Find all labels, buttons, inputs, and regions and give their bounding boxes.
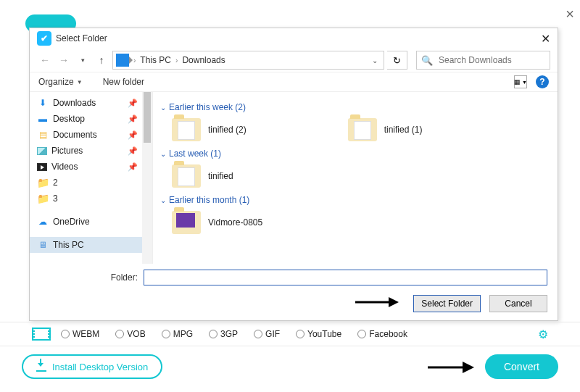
- vid-icon: [37, 163, 47, 171]
- chevron-down-icon: ⌄: [160, 196, 166, 204]
- folder-icon: [172, 211, 201, 234]
- breadcrumb-sep: ›: [174, 57, 179, 64]
- format-option-webm[interactable]: WEBM: [61, 329, 99, 339]
- group-header[interactable]: ⌄Earlier this month (1): [160, 195, 549, 205]
- breadcrumb-sep: ›: [132, 57, 137, 64]
- select-folder-button[interactable]: Select Folder: [413, 295, 481, 312]
- addr-thispc-icon: [116, 54, 129, 67]
- group-title: Earlier this week (2): [169, 102, 246, 112]
- od-icon: ☁: [37, 216, 49, 228]
- organize-menu[interactable]: Organize ▼: [38, 77, 83, 87]
- tree-item-2[interactable]: 📁 2: [30, 175, 152, 191]
- format-option-gif[interactable]: GIF: [254, 329, 280, 339]
- settings-icon[interactable]: ⚙: [538, 328, 548, 341]
- group-title: Last week (1): [169, 149, 221, 159]
- dialog-titlebar: ✔ Select Folder ✕: [30, 28, 558, 49]
- address-dropdown[interactable]: ⌄: [369, 57, 381, 64]
- tree-item-label: Documents: [53, 130, 97, 140]
- format-option-mpg[interactable]: MPG: [162, 329, 193, 339]
- folder-icon: [172, 164, 201, 188]
- format-option-facebook[interactable]: Facebook: [357, 329, 407, 339]
- pin-icon: 📌: [128, 99, 138, 108]
- address-bar[interactable]: › This PC › Downloads ⌄: [112, 51, 384, 70]
- pin-icon: 📌: [128, 130, 138, 140]
- format-option-vob[interactable]: VOB: [115, 329, 145, 339]
- group-header[interactable]: ⌄Last week (1): [160, 149, 549, 159]
- radio-icon: [357, 330, 366, 338]
- format-label: GIF: [265, 329, 280, 339]
- view-mode-button[interactable]: ▦▼: [514, 75, 527, 88]
- chevron-down-icon: ▼: [77, 79, 83, 86]
- dialog-close-button[interactable]: ✕: [536, 32, 555, 46]
- format-option-youtube[interactable]: YouTube: [296, 329, 341, 339]
- breadcrumb-downloads[interactable]: Downloads: [179, 55, 228, 65]
- folder-item[interactable]: tinified (1): [348, 118, 423, 141]
- tree-item-label: This PC: [53, 240, 84, 250]
- folder-item[interactable]: tinified (2): [172, 118, 246, 141]
- format-label: Facebook: [369, 329, 407, 339]
- radio-icon: [209, 330, 218, 338]
- pc-icon: 🖥: [37, 239, 49, 251]
- convert-button[interactable]: Convert: [485, 354, 558, 379]
- tree-item-pictures[interactable]: Pictures 📌: [30, 143, 152, 159]
- tree-item-documents[interactable]: ▤ Documents 📌: [30, 127, 152, 143]
- svg-marker-0: [389, 297, 399, 307]
- dialog-toolbar: Organize ▼ New folder ▦▼ ?: [30, 72, 558, 92]
- install-desktop-button[interactable]: Install Desktop Version: [22, 354, 162, 379]
- radio-icon: [162, 330, 170, 338]
- format-label: YouTube: [307, 329, 341, 339]
- folder-item[interactable]: Vidmore-0805: [172, 211, 262, 234]
- tree-item-network[interactable]: 🖧 Network: [30, 260, 152, 264]
- tree-item-label: Videos: [51, 162, 78, 172]
- tree-item-videos[interactable]: Videos 📌: [30, 159, 152, 175]
- fold-icon: 📁: [37, 177, 49, 188]
- folder-name: tinified: [208, 171, 233, 181]
- refresh-button[interactable]: ↻: [387, 51, 407, 70]
- nav-recent-dropdown[interactable]: ▾: [75, 52, 91, 68]
- dl-icon: ⬇: [37, 97, 49, 109]
- new-folder-button[interactable]: New folder: [103, 77, 144, 87]
- file-list: ⌄Earlier this week (2) tinified (2) tini…: [153, 92, 558, 264]
- select-folder-dialog: ✔ Select Folder ✕ ← → ▾ ↑ › This PC › Do…: [29, 28, 558, 321]
- net-icon: 🖧: [37, 262, 49, 264]
- folder-input[interactable]: [144, 270, 547, 285]
- doc-icon: ▤: [37, 129, 49, 141]
- folder-icon: [348, 118, 377, 141]
- download-icon: [36, 362, 46, 372]
- format-option-3gp[interactable]: 3GP: [209, 329, 238, 339]
- help-button[interactable]: ?: [536, 75, 549, 88]
- tree-item-this-pc[interactable]: 🖥 This PC: [30, 237, 152, 253]
- folder-name: tinified (1): [384, 125, 423, 135]
- nav-back-button[interactable]: ←: [37, 52, 53, 68]
- tree-scrollbar[interactable]: [142, 92, 152, 264]
- folder-name: Vidmore-0805: [208, 217, 262, 228]
- fold-icon: 📁: [37, 193, 49, 204]
- tree-item-label: Pictures: [51, 146, 83, 156]
- tree-item-label: 2: [53, 178, 58, 188]
- cancel-button[interactable]: Cancel: [489, 295, 547, 312]
- organize-label: Organize: [38, 77, 74, 87]
- radio-icon: [61, 330, 70, 338]
- install-label: Install Desktop Version: [52, 362, 148, 372]
- bg-close-icon[interactable]: ×: [566, 6, 574, 22]
- dialog-footer: Folder: Select Folder Cancel: [30, 264, 558, 320]
- tree-item-label: Network: [53, 263, 85, 264]
- tree-item-label: 3: [53, 193, 58, 204]
- search-icon: 🔍: [421, 55, 433, 66]
- pin-icon: 📌: [128, 146, 138, 156]
- format-label: VOB: [127, 329, 145, 339]
- tree-item-onedrive[interactable]: ☁ OneDrive: [30, 214, 152, 230]
- folder-item[interactable]: tinified: [172, 164, 233, 188]
- pin-icon: 📌: [128, 114, 138, 124]
- breadcrumb-thispc[interactable]: This PC: [137, 55, 174, 65]
- search-box[interactable]: 🔍: [416, 51, 550, 70]
- search-input[interactable]: [437, 54, 545, 66]
- nav-forward-button: →: [56, 52, 72, 68]
- tree-item-desktop[interactable]: ▬ Desktop 📌: [30, 111, 152, 127]
- nav-tree: ⬇ Downloads 📌▬ Desktop 📌▤ Documents 📌 Pi…: [30, 92, 153, 264]
- radio-icon: [115, 330, 124, 338]
- tree-item-downloads[interactable]: ⬇ Downloads 📌: [30, 95, 152, 111]
- tree-item-3[interactable]: 📁 3: [30, 191, 152, 207]
- nav-up-button[interactable]: ↑: [94, 52, 109, 68]
- group-header[interactable]: ⌄Earlier this week (2): [160, 102, 549, 112]
